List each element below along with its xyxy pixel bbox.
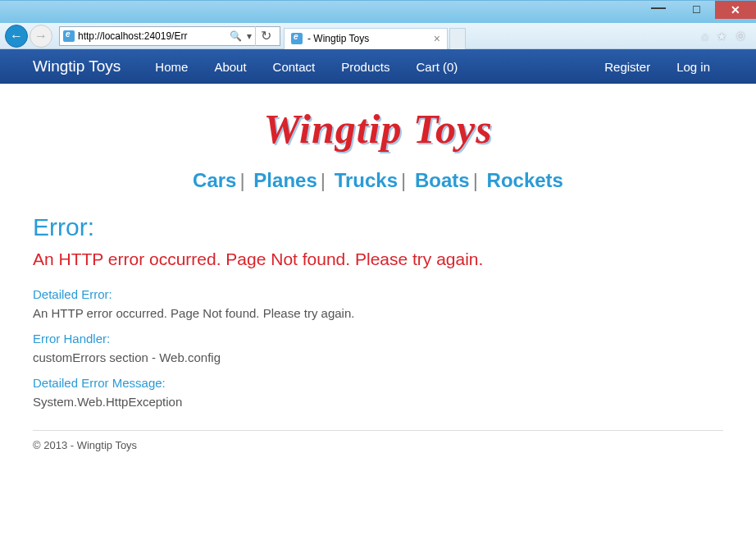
ie-icon [291, 33, 303, 44]
nav-about[interactable]: About [214, 60, 246, 74]
cat-rockets[interactable]: Rockets [487, 169, 563, 191]
url-text: http://localhost:24019/Err [78, 30, 223, 42]
settings-icon[interactable]: ⚙ [736, 30, 746, 43]
error-title: Error: [33, 213, 723, 241]
dropdown-icon[interactable]: ▾ [247, 30, 252, 42]
footer-text: © 2013 - Wingtip Toys [33, 439, 723, 451]
nav-contact[interactable]: Contact [273, 60, 316, 74]
nav-cart[interactable]: Cart (0) [416, 60, 458, 74]
home-icon[interactable]: ⌂ [702, 30, 708, 43]
refresh-button[interactable]: ↻ [255, 26, 276, 46]
forward-button[interactable]: → [30, 25, 52, 48]
back-button[interactable]: ← [5, 25, 28, 48]
nav-register[interactable]: Register [604, 60, 650, 74]
cat-cars[interactable]: Cars [193, 169, 236, 191]
detailed-message-label: Detailed Error Message: [33, 376, 723, 390]
nav-home[interactable]: Home [155, 60, 188, 74]
cat-boats[interactable]: Boats [415, 169, 470, 191]
search-icon[interactable]: 🔍 [230, 30, 242, 42]
new-tab-button[interactable] [449, 28, 466, 49]
tab-close-button[interactable]: × [434, 32, 440, 45]
tab-title: - Wingtip Toys [307, 33, 369, 44]
command-bar: ⌂ ★ ⚙ [702, 30, 751, 43]
browser-toolbar: ← → http://localhost:24019/Err 🔍 ▾ ↻ - W… [0, 23, 756, 49]
page-content: Wingtip Toys Cars| Planes| Trucks| Boats… [0, 84, 756, 461]
arrow-left-icon: ← [10, 30, 23, 43]
site-logo: Wingtip Toys [33, 105, 723, 153]
ie-icon [63, 30, 75, 42]
cat-trucks[interactable]: Trucks [335, 169, 398, 191]
detailed-error-label: Detailed Error: [33, 287, 723, 301]
detailed-error-value: An HTTP error occurred. Page Not found. … [33, 306, 723, 320]
nav-login[interactable]: Log in [676, 60, 710, 74]
error-message: An HTTP error occurred. Page Not found. … [33, 249, 723, 269]
arrow-right-icon: → [34, 30, 48, 43]
window-maximize-button[interactable]: ☐ [677, 1, 715, 19]
browser-tab[interactable]: - Wingtip Toys × [284, 28, 448, 49]
error-handler-value: customErrors section - Web.config [33, 350, 723, 364]
window-close-button[interactable]: ✕ [715, 1, 756, 19]
category-nav: Cars| Planes| Trucks| Boats| Rockets [33, 169, 723, 192]
address-bar[interactable]: http://localhost:24019/Err 🔍 ▾ ↻ [59, 26, 280, 46]
nav-products[interactable]: Products [341, 60, 389, 74]
cat-planes[interactable]: Planes [253, 169, 317, 191]
detailed-message-value: System.Web.HttpException [33, 395, 723, 409]
divider [33, 430, 723, 431]
window-titlebar: — ☐ ✕ [0, 0, 756, 23]
brand[interactable]: Wingtip Toys [33, 57, 121, 76]
window-minimize-button[interactable]: — [640, 1, 677, 19]
error-handler-label: Error Handler: [33, 332, 723, 346]
favorites-icon[interactable]: ★ [717, 30, 727, 43]
site-navbar: Wingtip Toys Home About Contact Products… [0, 49, 756, 84]
